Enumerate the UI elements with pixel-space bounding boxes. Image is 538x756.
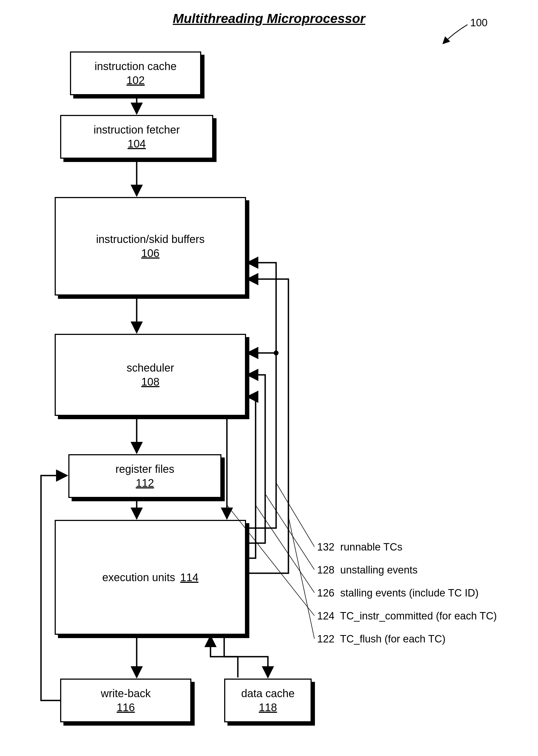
block-register-files: register files 112 bbox=[68, 454, 221, 498]
svg-point-6 bbox=[274, 350, 279, 355]
block-label: data cache bbox=[241, 687, 295, 700]
block-num: 116 bbox=[117, 701, 135, 714]
block-num: 108 bbox=[141, 376, 160, 388]
block-label: register files bbox=[115, 463, 174, 475]
block-label: execution units bbox=[102, 571, 175, 583]
svg-line-8 bbox=[266, 495, 314, 570]
block-num: 114 bbox=[180, 571, 198, 583]
svg-line-11 bbox=[289, 517, 314, 639]
block-label: instruction cache bbox=[95, 60, 177, 73]
block-label: instruction/skid buffers bbox=[96, 233, 204, 245]
block-instruction-fetcher: instruction fetcher 104 bbox=[60, 115, 213, 159]
block-label: instruction fetcher bbox=[93, 124, 180, 136]
block-num: 106 bbox=[141, 247, 160, 259]
block-write-back: write-back 116 bbox=[60, 678, 191, 723]
block-num: 118 bbox=[259, 701, 277, 714]
signal-126: 126 stalling events (include TC ID) bbox=[317, 587, 479, 599]
figure-ref-num: 100 bbox=[470, 17, 487, 29]
signal-122: 122 TC_flush (for each TC) bbox=[317, 633, 446, 645]
svg-line-7 bbox=[277, 484, 314, 547]
page-title: Multithreading Microprocessor bbox=[0, 11, 538, 26]
block-num: 102 bbox=[127, 74, 145, 87]
block-data-cache: data cache 118 bbox=[224, 678, 312, 723]
signal-128: 128 unstalling events bbox=[317, 564, 418, 576]
block-num: 104 bbox=[128, 138, 146, 150]
block-num: 112 bbox=[136, 477, 154, 489]
block-instruction-skid-buffers: instruction/skid buffers 106 bbox=[55, 197, 246, 295]
svg-line-9 bbox=[256, 506, 314, 593]
block-label: scheduler bbox=[127, 362, 174, 374]
signal-132: 132 runnable TCs bbox=[317, 541, 403, 553]
block-label: write-back bbox=[101, 687, 151, 700]
block-instruction-cache: instruction cache 102 bbox=[70, 51, 201, 95]
block-execution-units: execution units 114 bbox=[55, 520, 246, 635]
block-scheduler: scheduler 108 bbox=[55, 334, 246, 416]
signal-124: 124 TC_instr_committed (for each TC) bbox=[317, 610, 497, 622]
